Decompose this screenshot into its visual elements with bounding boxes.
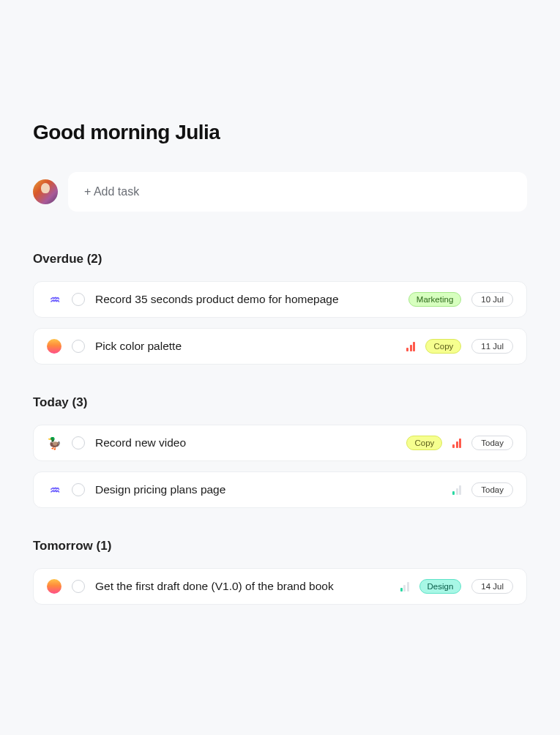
task-row[interactable]: ♒︎ Record 35 seconds product demo for ho… bbox=[33, 281, 527, 318]
due-date[interactable]: 14 Jul bbox=[471, 579, 513, 594]
gradient-circle-icon bbox=[47, 579, 61, 594]
task-title: Record new video bbox=[95, 436, 396, 449]
section-title: Tomorrow (1) bbox=[33, 539, 527, 553]
due-date[interactable]: 10 Jul bbox=[471, 292, 513, 307]
section-tomorrow: Tomorrow (1) Get the first draft done (V… bbox=[33, 539, 527, 605]
due-date[interactable]: 11 Jul bbox=[471, 339, 513, 354]
user-avatar[interactable] bbox=[33, 179, 58, 204]
due-date[interactable]: Today bbox=[471, 482, 513, 497]
tag-marketing[interactable]: Marketing bbox=[408, 292, 462, 307]
task-row[interactable]: 🦆 Record new video Copy Today bbox=[33, 425, 527, 461]
priority-low-icon bbox=[400, 582, 409, 592]
tag-copy[interactable]: Copy bbox=[406, 436, 442, 450]
task-checkbox[interactable] bbox=[72, 436, 85, 449]
task-checkbox[interactable] bbox=[72, 483, 85, 496]
task-row[interactable]: Get the first draft done (V1.0) of the b… bbox=[33, 568, 527, 605]
priority-high-icon bbox=[452, 439, 461, 448]
task-title: Design pricing plans page bbox=[95, 483, 442, 496]
section-today: Today (3) 🦆 Record new video Copy Today … bbox=[33, 395, 527, 508]
priority-low-icon bbox=[452, 485, 461, 495]
tag-copy[interactable]: Copy bbox=[425, 339, 461, 354]
section-title: Overdue (2) bbox=[33, 252, 527, 266]
priority-high-icon bbox=[406, 342, 415, 351]
tag-design[interactable]: Design bbox=[419, 579, 462, 594]
task-checkbox[interactable] bbox=[72, 580, 85, 593]
task-title: Get the first draft done (V1.0) of the b… bbox=[95, 580, 390, 593]
gradient-circle-icon bbox=[47, 339, 61, 354]
due-date[interactable]: Today bbox=[471, 436, 513, 450]
task-title: Record 35 seconds product demo for homep… bbox=[95, 293, 398, 306]
page-greeting: Good morning Julia bbox=[33, 121, 527, 144]
add-task-row: + Add task bbox=[33, 172, 527, 212]
section-overdue: Overdue (2) ♒︎ Record 35 seconds product… bbox=[33, 252, 527, 365]
aquarius-icon: ♒︎ bbox=[47, 292, 61, 307]
duck-icon: 🦆 bbox=[47, 436, 61, 450]
add-task-input[interactable]: + Add task bbox=[68, 172, 527, 212]
task-row[interactable]: Pick color palette Copy 11 Jul bbox=[33, 328, 527, 365]
task-title: Pick color palette bbox=[95, 340, 396, 353]
section-title: Today (3) bbox=[33, 395, 527, 410]
task-checkbox[interactable] bbox=[72, 340, 85, 353]
task-row[interactable]: ♒︎ Design pricing plans page Today bbox=[33, 471, 527, 508]
task-checkbox[interactable] bbox=[72, 293, 85, 306]
aquarius-icon: ♒︎ bbox=[47, 482, 61, 497]
